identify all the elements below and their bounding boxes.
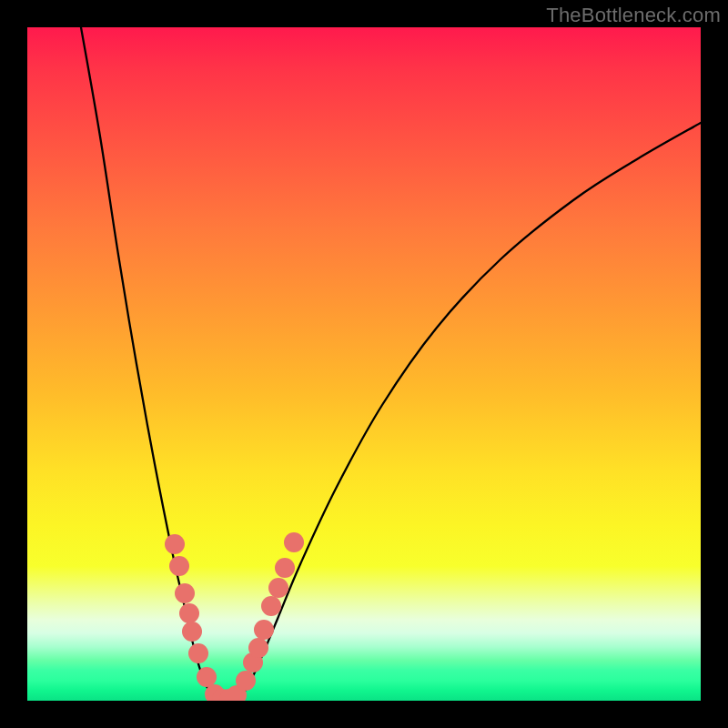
data-point: [268, 578, 288, 598]
data-point: [169, 556, 189, 576]
data-point: [197, 667, 217, 687]
data-point: [182, 622, 202, 642]
data-point: [236, 671, 256, 691]
data-point: [261, 596, 281, 616]
chart-svg: [27, 27, 701, 701]
plot-area: [27, 27, 701, 701]
data-point: [284, 532, 304, 552]
data-point: [275, 558, 295, 578]
bottleneck-curve: [81, 27, 701, 701]
data-point: [165, 534, 185, 554]
chart-frame: TheBottleneck.com: [0, 0, 728, 728]
data-point: [248, 638, 268, 658]
data-point: [254, 620, 274, 640]
data-point: [175, 583, 195, 603]
curve-group: [81, 27, 701, 701]
data-point: [179, 603, 199, 623]
data-point: [188, 643, 208, 663]
watermark-text: TheBottleneck.com: [546, 4, 721, 27]
marker-group: [165, 532, 304, 701]
